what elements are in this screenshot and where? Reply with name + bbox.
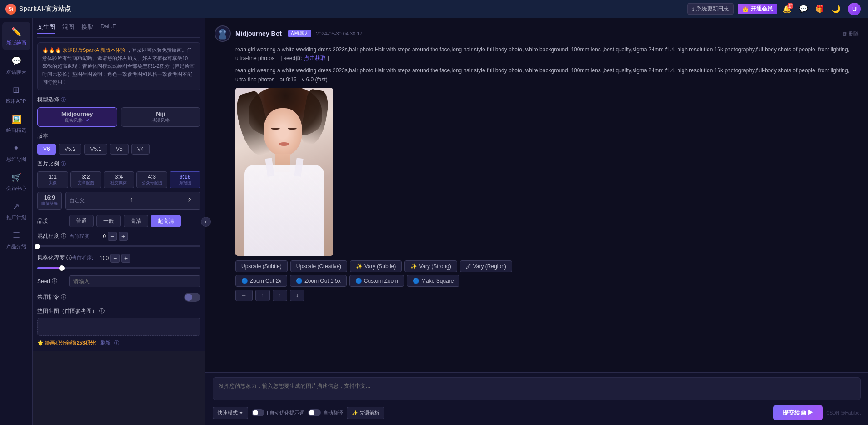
tab-mix[interactable]: 混图 [62,23,74,34]
prompt-input[interactable] [213,377,861,400]
forbidden-toggle[interactable] [184,293,200,302]
collapse-panel-btn[interactable]: ‹ [201,217,211,227]
nav-item-product[interactable]: ☰ 产品介绍 [2,225,30,254]
arrow-down-btn[interactable]: ↓ [290,290,304,301]
vip-icon: 👑 [742,6,749,12]
update-log-button[interactable]: ℹ 系统更新日志 [687,3,734,15]
chaos-increase-btn[interactable]: + [119,232,128,241]
credits-refresh-btn[interactable]: 刷新 [100,340,110,346]
ratio-btn-4-3[interactable]: 4:3 公众号配图 [136,171,167,188]
arrow-left-btn[interactable]: ← [235,290,253,301]
ratio-btn-3-4[interactable]: 3:4 社交媒体 [104,171,135,188]
notification-button[interactable]: 🔔 新 [781,3,793,15]
auto-translate-toggle-btn[interactable] [308,409,321,416]
auto-optimize-toggle: | 自动优化提示词 [252,409,304,416]
mindmap-icon: ✦ [10,142,23,155]
nav-item-gallery[interactable]: 🖼️ 绘画精选 [2,109,30,137]
quality-btn-general[interactable]: 一般 [96,215,121,227]
ratio-btn-3-2[interactable]: 3:2 文章配图 [70,171,101,188]
gift-button[interactable]: 🎁 [813,3,826,15]
seed-input[interactable] [69,275,200,287]
nav-item-apps[interactable]: ⊞ 应用APP [2,80,30,108]
auto-optimize-toggle-btn[interactable] [252,409,264,416]
ver-btn-v5[interactable]: V5 [110,144,129,155]
ver-btn-v6[interactable]: V6 [37,144,56,155]
custom-ratio-h[interactable] [183,197,196,204]
toggle-knob [185,294,192,301]
pad-section: 垫图生图（首图参考图） ⓘ [37,307,200,336]
arrow-up-btn-2[interactable]: ↑ [273,290,287,301]
quality-btn-normal[interactable]: 普通 [69,215,94,227]
bot-name: Midjourney Bot [235,30,282,37]
ratio-info-icon[interactable]: ⓘ [61,160,66,167]
nav-item-mindmap[interactable]: ✦ 思维导图 [2,138,30,166]
mode-button[interactable]: 快速模式 ✦ [213,407,248,419]
style-increase-btn[interactable]: + [121,254,130,263]
bot-avatar [215,25,231,42]
chaos-info-icon[interactable]: ⓘ [61,232,66,240]
model-btn-niji[interactable]: Niji 动漫风格 [121,107,201,127]
ver-btn-v51[interactable]: V5.1 [84,144,107,155]
custom-zoom-label: Custom Zoom [364,278,398,284]
credits-text: 🌟 绘画积分余额(253积分) [37,340,97,346]
seed-info-icon[interactable]: ⓘ [52,277,57,285]
ver-btn-v52[interactable]: V5.2 [59,144,82,155]
ai-enhance-btn[interactable]: ✨ 先语解析 [347,407,384,419]
pad-info-icon[interactable]: ⓘ [99,307,105,315]
vary-region-btn[interactable]: 🖊 Vary (Region) [460,260,512,272]
submit-btn[interactable]: 提交绘画 ▶ [773,405,823,420]
vip-nav-icon: 🛒 [10,171,23,184]
custom-zoom-btn[interactable]: 🔵 Custom Zoom [349,275,404,287]
wechat-button[interactable]: 💬 [797,3,810,15]
style-decrease-btn[interactable]: − [110,254,120,263]
vip-button[interactable]: 👑 开通会员 [738,4,777,14]
drawing-icon: ✏️ [10,25,23,38]
avatar-button[interactable]: U [846,1,863,17]
forbidden-info-icon[interactable]: ⓘ [61,293,66,301]
make-square-btn[interactable]: 🔵 Make Square [407,275,459,287]
tab-dalle[interactable]: Dall.E [100,23,116,34]
nav-label-chat: 对话聊天 [6,69,26,75]
arrow-up-icon-1: ↑ [261,292,264,299]
nav-item-vip[interactable]: 🛒 会员中心 [2,167,30,195]
chaos-decrease-btn[interactable]: − [108,232,117,241]
model-btn-midjourney[interactable]: Midjourney 真实风格 ✓ [37,107,117,127]
seed-link[interactable]: 点击获取 [304,55,326,61]
nav-item-drawing[interactable]: ✏️ 新版绘画 [2,22,30,50]
style-slider-thumb[interactable] [59,265,65,271]
quality-row: 品质 普通 一般 高清 超高清 [37,215,200,227]
chaos-slider-thumb[interactable] [35,244,40,249]
nav-item-share[interactable]: ↗ 推广计划 [2,196,30,225]
chaos-slider[interactable] [37,245,200,250]
upscale-creative-btn[interactable]: Upscale (Creative) [290,260,347,272]
app-logo: Si SparkAI-官方站点 [5,4,71,15]
ver-btn-v4[interactable]: V4 [131,144,150,155]
style-slider[interactable] [37,266,200,272]
style-buttons: − + [110,254,130,263]
tab-swap[interactable]: 换脸 [81,23,93,34]
arrow-up-btn-1[interactable]: ↑ [255,290,270,301]
quality-btn-hd[interactable]: 高清 [124,215,148,227]
zoom-out-2x-btn[interactable]: 🔵 Zoom Out 2x [235,275,287,287]
svg-point-4 [224,30,225,32]
quality-btn-ultra[interactable]: 超高清 [151,215,181,227]
nav-item-chat[interactable]: 💬 对话聊天 [2,51,30,79]
theme-button[interactable]: 🌙 [830,3,843,15]
vary-subtle-btn[interactable]: ✨ Vary (Subtle) [350,260,402,272]
custom-ratio-w[interactable] [86,195,177,205]
ratio-btn-9-16[interactable]: 9:16 海报图 [170,171,200,188]
model-info-icon[interactable]: ⓘ [61,96,66,103]
chaos-current-label: 当前程度: [69,233,90,240]
ratio-btn-16-9[interactable]: 16:9 电脑壁纸 [37,192,62,210]
upscale-subtle-btn[interactable]: Upscale (Subtle) [235,260,288,272]
zoom-out-15x-btn[interactable]: 🔵 Zoom Out 1.5x [290,275,346,287]
vary-strong-btn[interactable]: ✨ Vary (Strong) [404,260,457,272]
pad-dropzone[interactable] [37,318,200,336]
trash-icon: 🗑 [843,31,848,36]
delete-message-btn[interactable]: 🗑 删除 [843,30,859,37]
ratio-btn-1-1[interactable]: 1:1 头像 [37,171,68,188]
style-info-icon[interactable]: ⓘ [66,254,72,262]
zoom-out-2x-icon: 🔵 [241,278,248,284]
tab-text-to-image[interactable]: 文生图 [37,23,55,34]
credits-info-icon[interactable]: ⓘ [114,340,119,346]
